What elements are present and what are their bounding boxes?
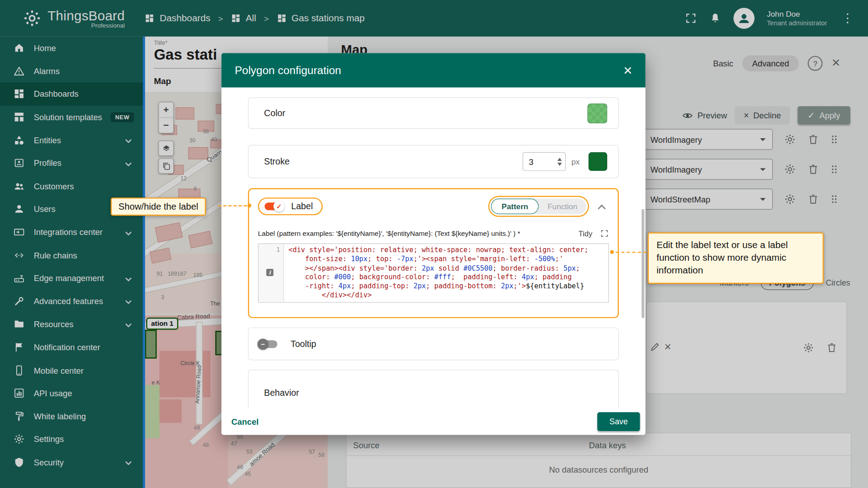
modal-scrollbar[interactable] <box>642 209 644 318</box>
polygon-configuration-dialog: Polygon configuration × Color Stroke px <box>222 53 646 435</box>
stroke-setting-card: Stroke px <box>248 145 619 178</box>
tooltip-toggle-label: Tooltip <box>291 339 316 349</box>
step-up-icon[interactable] <box>557 157 562 160</box>
dialog-header: Polygon configuration × <box>222 53 646 88</box>
thingsboard-app: ThingsBoard Professional Dashboards>All>… <box>0 0 868 488</box>
label-toggle[interactable]: ✓ <box>264 201 285 211</box>
dialog-footer: Cancel Save <box>222 408 646 435</box>
editor-code[interactable]: <div style='position: relative; white-sp… <box>284 244 609 302</box>
tidy-button[interactable]: Tidy <box>579 230 593 238</box>
callout-connector <box>218 205 247 206</box>
line-number: 1 <box>262 246 280 253</box>
behavior-section: Behavior <box>248 370 619 408</box>
cancel-button[interactable]: Cancel <box>231 417 259 427</box>
code-line[interactable]: color: #000; background-color: #fff; pad… <box>288 273 609 282</box>
fill-color-swatch[interactable] <box>587 103 607 123</box>
dialog-close-icon[interactable]: × <box>623 63 632 78</box>
code-line[interactable]: -right: 4px; padding-top: 2px; padding-b… <box>288 282 609 291</box>
editor-gutter: 1 i <box>259 244 284 302</box>
color-setting-card: Color <box>248 98 619 129</box>
stepper-icons[interactable] <box>557 157 562 165</box>
pattern-function-highlight: Pattern Function <box>488 196 589 217</box>
callout-connector-dot <box>247 204 251 208</box>
toggle-thumb-minus-icon: − <box>257 338 268 349</box>
label-pattern-hint: Label (pattern examples: '${entityName}'… <box>258 230 571 237</box>
tutorial-callout-label-editor: Edit the label text or use a label funct… <box>648 232 824 284</box>
function-tab[interactable]: Function <box>539 199 586 214</box>
toggle-thumb-check-icon: ✓ <box>274 201 284 211</box>
tooltip-setting-card: − Tooltip <box>248 328 619 360</box>
code-line[interactable]: </div></div> <box>288 291 609 300</box>
pattern-tab[interactable]: Pattern <box>491 199 539 214</box>
code-line[interactable]: font-size: 10px; top: -7px;'><span style… <box>288 255 609 264</box>
callout-connector-dot <box>610 250 614 254</box>
code-line[interactable]: ></span><div style='border: 2px solid #0… <box>288 264 609 273</box>
color-label: Color <box>264 108 587 118</box>
stroke-width-input[interactable] <box>529 157 550 166</box>
code-line[interactable]: <div style='position: relative; white-sp… <box>288 246 609 255</box>
pattern-function-control: Pattern Function <box>491 199 586 214</box>
collapse-chevron-icon[interactable] <box>598 205 605 212</box>
tutorial-callout-label-toggle: Show/hide the label <box>111 197 206 216</box>
behavior-section-title: Behavior <box>264 388 603 398</box>
stroke-width-field <box>523 152 566 171</box>
step-down-icon[interactable] <box>557 162 562 165</box>
dialog-body: Color Stroke px <box>222 87 646 408</box>
stroke-label: Stroke <box>264 157 523 167</box>
label-toggle-highlight: ✓ Label <box>258 197 323 215</box>
label-hint-row: Label (pattern examples: '${entityName}'… <box>258 229 609 238</box>
label-toggle-row: ✓ Label Pattern Function <box>258 196 609 217</box>
label-toggle-label: Label <box>291 202 313 211</box>
stroke-controls: px <box>523 152 607 171</box>
callout-connector <box>616 252 647 253</box>
tooltip-toggle[interactable]: − <box>257 338 278 349</box>
label-code-editor[interactable]: 1 i <div style='position: relative; whit… <box>258 244 609 303</box>
editor-info-icon: i <box>266 269 274 276</box>
stroke-color-swatch[interactable] <box>589 152 608 171</box>
label-section: ✓ Label Pattern Function Label (patter <box>248 188 619 318</box>
stroke-unit: px <box>571 157 580 166</box>
dialog-title: Polygon configuration <box>235 64 623 76</box>
expand-editor-icon[interactable] <box>600 229 609 238</box>
save-button[interactable]: Save <box>597 412 640 431</box>
